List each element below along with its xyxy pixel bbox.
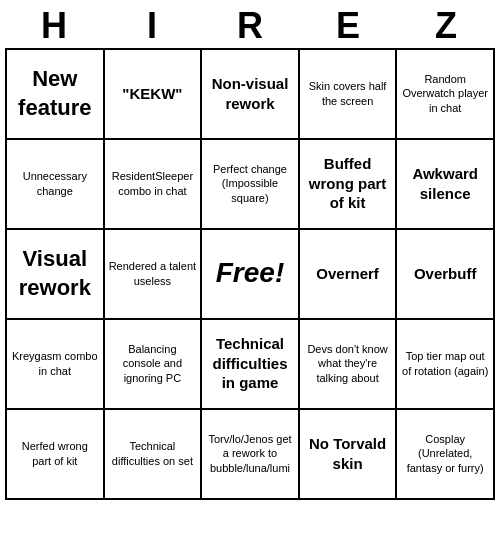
header-letter-z: Z — [397, 4, 495, 48]
bingo-cell-12[interactable]: Free! — [202, 230, 300, 320]
bingo-cell-5[interactable]: Unnecessary change — [7, 140, 105, 230]
bingo-cell-17[interactable]: Technical difficulties in game — [202, 320, 300, 410]
bingo-cell-9[interactable]: Awkward silence — [397, 140, 495, 230]
bingo-cell-14[interactable]: Overbuff — [397, 230, 495, 320]
bingo-cell-18[interactable]: Devs don't know what they're talking abo… — [300, 320, 398, 410]
bingo-cell-22[interactable]: Torv/lo/Jenos get a rework to bubble/lun… — [202, 410, 300, 500]
bingo-card: HIREZ New feature"KEKW"Non-visual rework… — [5, 4, 495, 500]
bingo-cell-13[interactable]: Overnerf — [300, 230, 398, 320]
bingo-cell-21[interactable]: Technical difficulties on set — [105, 410, 203, 500]
bingo-cell-23[interactable]: No Torvald skin — [300, 410, 398, 500]
bingo-cell-19[interactable]: Top tier map out of rotation (again) — [397, 320, 495, 410]
header-row: HIREZ — [5, 4, 495, 48]
bingo-cell-10[interactable]: Visual rework — [7, 230, 105, 320]
bingo-cell-0[interactable]: New feature — [7, 50, 105, 140]
bingo-cell-6[interactable]: ResidentSleeper combo in chat — [105, 140, 203, 230]
bingo-cell-16[interactable]: Balancing console and ignoring PC — [105, 320, 203, 410]
header-letter-e: E — [299, 4, 397, 48]
bingo-cell-3[interactable]: Skin covers half the screen — [300, 50, 398, 140]
bingo-grid: New feature"KEKW"Non-visual reworkSkin c… — [5, 48, 495, 500]
bingo-cell-2[interactable]: Non-visual rework — [202, 50, 300, 140]
bingo-cell-7[interactable]: Perfect change (Impossible square) — [202, 140, 300, 230]
bingo-cell-8[interactable]: Buffed wrong part of kit — [300, 140, 398, 230]
bingo-cell-11[interactable]: Rendered a talent useless — [105, 230, 203, 320]
bingo-cell-24[interactable]: Cosplay (Unrelated, fantasy or furry) — [397, 410, 495, 500]
header-letter-r: R — [201, 4, 299, 48]
header-letter-h: H — [5, 4, 103, 48]
header-letter-i: I — [103, 4, 201, 48]
bingo-cell-1[interactable]: "KEKW" — [105, 50, 203, 140]
bingo-cell-4[interactable]: Random Overwatch player in chat — [397, 50, 495, 140]
bingo-cell-20[interactable]: Nerfed wrong part of kit — [7, 410, 105, 500]
bingo-cell-15[interactable]: Kreygasm combo in chat — [7, 320, 105, 410]
